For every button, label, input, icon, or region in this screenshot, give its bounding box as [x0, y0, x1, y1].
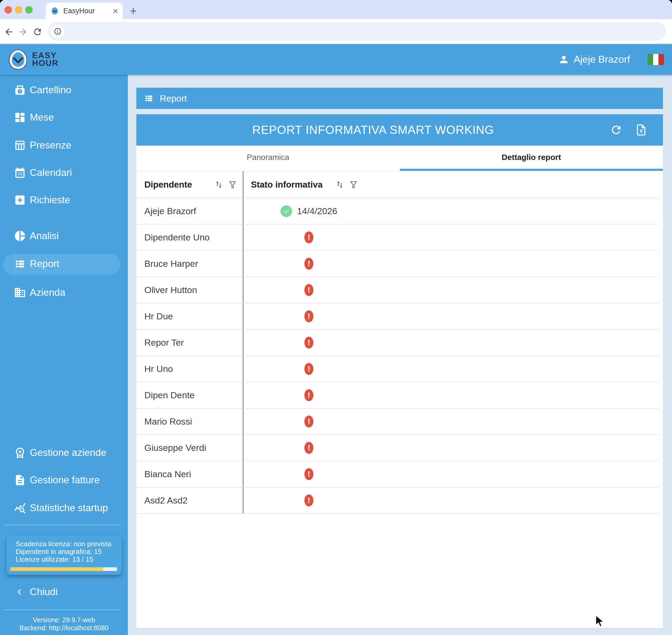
- refresh-button[interactable]: [610, 124, 623, 136]
- license-employees: Dipendenti in anagrafica: 15: [16, 548, 122, 555]
- license-info-box: Scadenza licenza: non prevista Dipendent…: [7, 536, 122, 575]
- alert-icon: !: [304, 337, 313, 349]
- sidebar-item-calendari[interactable]: Calendari: [0, 165, 128, 181]
- table-row[interactable]: Repor Ter!: [136, 330, 658, 356]
- zoom-window-button[interactable]: [25, 6, 33, 14]
- query-stats-icon: [14, 502, 26, 514]
- alert-icon: !: [304, 284, 313, 296]
- address-bar[interactable]: [48, 22, 666, 41]
- person-icon: [558, 54, 569, 65]
- table-row[interactable]: Ajeje Brazorf14/4/2026: [136, 198, 658, 224]
- sidebar-item-report[interactable]: Report: [0, 256, 128, 272]
- breadcrumb: Report: [136, 88, 663, 109]
- reload-icon[interactable]: [33, 27, 43, 37]
- sidebar-item-gestione-fatture[interactable]: Gestione fatture: [0, 472, 128, 488]
- sidebar-item-presenze[interactable]: Presenze: [0, 137, 128, 153]
- employee-name: Dipen Dente: [136, 382, 243, 408]
- pie-chart-icon: [14, 230, 26, 242]
- active-tab-underline: [400, 169, 663, 171]
- table-row[interactable]: Hr Uno!: [136, 356, 658, 382]
- alert-icon: !: [304, 442, 313, 454]
- table-row[interactable]: Dipendente Uno!: [136, 224, 658, 251]
- brand-wordmark: EASY HOUR: [32, 52, 59, 67]
- main-content: Report REPORT INFORMATIVA SMART WORKING …: [128, 75, 672, 635]
- status-cell: !: [243, 251, 658, 277]
- back-icon[interactable]: [4, 27, 14, 37]
- employee-name: Repor Ter: [136, 330, 243, 355]
- status-cell: !: [243, 303, 658, 329]
- minimize-window-button[interactable]: [15, 6, 22, 14]
- alert-icon: !: [304, 495, 313, 506]
- license-progress-track: [10, 567, 117, 571]
- sidebar-item-gestione-aziende[interactable]: Gestione aziende: [0, 445, 128, 461]
- report-tabs: Panoramica Dettaglio report: [136, 146, 663, 171]
- table-row[interactable]: Giuseppe Verdi!: [136, 435, 658, 461]
- new-tab-button[interactable]: +: [130, 3, 137, 19]
- table-row[interactable]: Dipen Dente!: [136, 382, 658, 409]
- tab-panoramica[interactable]: Panoramica: [136, 146, 400, 169]
- table-row[interactable]: Hr Due!: [136, 303, 658, 330]
- site-info-badge[interactable]: [51, 25, 64, 38]
- sort-icon[interactable]: [335, 180, 344, 190]
- table-row[interactable]: Mario Rossi!: [136, 409, 658, 435]
- table-row[interactable]: Bruce Harper!: [136, 251, 658, 277]
- close-window-button[interactable]: [4, 6, 12, 14]
- employee-name: Oliver Hutton: [136, 277, 243, 303]
- status-cell: !: [243, 435, 658, 461]
- version-info: Versione: 29.9.7-web Backend: http://loc…: [0, 616, 128, 632]
- table-row[interactable]: Asd2 Asd2!: [136, 487, 658, 514]
- employee-name: Dipendente Uno: [136, 224, 243, 250]
- easyhour-favicon-icon: [50, 7, 59, 15]
- alert-icon: !: [304, 416, 313, 428]
- sidebar-item-cartellino[interactable]: Cartellino: [0, 82, 128, 98]
- sidebar-item-statistiche-startup[interactable]: Statistiche startup: [0, 500, 128, 516]
- report-panel: Panoramica Dettaglio report Dipendente: [136, 146, 663, 628]
- sidebar-item-azienda[interactable]: Azienda: [0, 285, 128, 301]
- sort-icon[interactable]: [214, 180, 224, 190]
- forward-icon[interactable]: [18, 27, 28, 37]
- alert-icon: !: [304, 389, 313, 401]
- app-header: EASY HOUR Ajeje Brazorf: [0, 44, 672, 75]
- view-list-icon: [14, 258, 26, 270]
- easyhour-logo-icon: [7, 48, 29, 71]
- column-header-stato-informativa: Stato informativa: [251, 180, 323, 190]
- tab-title: EasyHour: [63, 7, 113, 15]
- employee-name: Bianca Neri: [136, 461, 243, 487]
- excel-export-button[interactable]: X: [635, 124, 648, 136]
- alert-icon: !: [304, 468, 313, 480]
- status-cell: !: [243, 382, 658, 408]
- alert-icon: !: [304, 363, 313, 375]
- table-header-row: Dipendente Stato informativa: [136, 171, 658, 198]
- informativa-date: 14/4/2026: [297, 206, 337, 216]
- building-icon: [14, 286, 26, 299]
- sidebar-item-mese[interactable]: Mese: [0, 109, 128, 125]
- status-cell: !: [243, 356, 658, 382]
- tab-close-icon[interactable]: ×: [113, 6, 118, 16]
- filter-icon[interactable]: [349, 180, 358, 190]
- table-row[interactable]: Bianca Neri!: [136, 461, 658, 487]
- tab-dettaglio-report[interactable]: Dettaglio report: [400, 146, 663, 169]
- sidebar-item-richieste[interactable]: Richieste: [0, 192, 128, 208]
- table-chart-icon: [14, 139, 26, 151]
- employee-name: Bruce Harper: [136, 251, 243, 277]
- sidebar-collapse-button[interactable]: Chiudi: [0, 584, 128, 600]
- employee-name: Ajeje Brazorf: [136, 198, 243, 224]
- status-cell: !: [243, 330, 658, 355]
- easyhour-logo: EASY HOUR: [7, 48, 59, 71]
- report-table: Dipendente Stato informativa: [136, 171, 658, 514]
- browser-toolbar: [0, 19, 672, 44]
- check-circle-icon: [280, 205, 292, 217]
- calendar-icon: [14, 167, 26, 179]
- employee-name: Hr Uno: [136, 356, 243, 382]
- filter-icon[interactable]: [228, 180, 237, 190]
- award-badge-icon: [14, 446, 26, 459]
- sidebar-item-analisi[interactable]: Analisi: [0, 228, 128, 244]
- table-row[interactable]: Oliver Hutton!: [136, 277, 658, 303]
- status-cell: !: [243, 487, 658, 513]
- browser-tab[interactable]: EasyHour ×: [46, 3, 123, 19]
- italy-flag-icon[interactable]: [648, 54, 664, 65]
- user-menu[interactable]: Ajeje Brazorf: [558, 54, 664, 65]
- report-title-bar: REPORT INFORMATIVA SMART WORKING X: [136, 114, 663, 146]
- alert-icon: !: [304, 232, 313, 243]
- add-box-icon: [14, 194, 26, 206]
